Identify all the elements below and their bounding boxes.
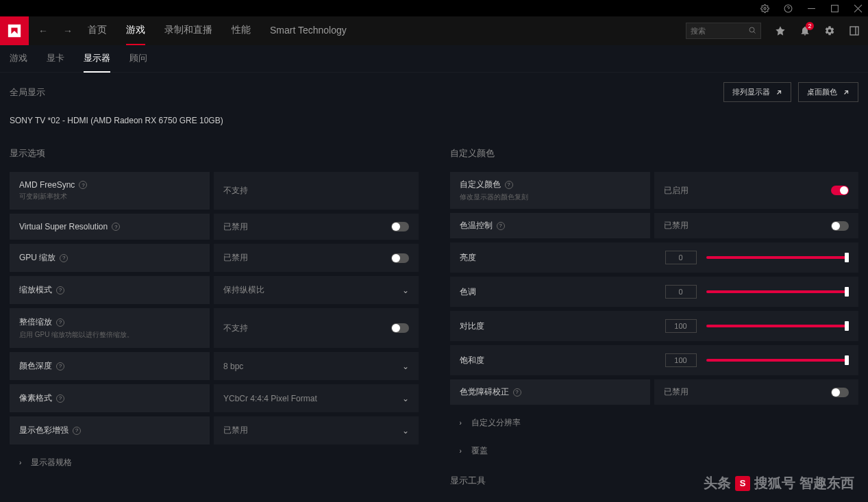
intscale-label-cell: 整倍缩放? 启用 GPU 缩放功能以进行整倍缩放。 bbox=[10, 308, 210, 348]
svg-line-8 bbox=[754, 32, 755, 33]
contrast-label: 对比度 bbox=[460, 321, 656, 332]
nav-back-icon[interactable]: ← bbox=[38, 25, 48, 36]
cvd-label-cell: 色觉障碍校正? bbox=[450, 379, 650, 405]
intscale-toggle[interactable] bbox=[391, 323, 409, 333]
svg-point-7 bbox=[749, 27, 754, 32]
info-icon[interactable]: ? bbox=[505, 181, 513, 189]
custom-color-panel: 自定义颜色 自定义颜色? 修改显示器的颜色复刻 已启用 色温控制? 已禁用 bbox=[450, 147, 859, 499]
tab-record[interactable]: 录制和直播 bbox=[164, 16, 212, 45]
gpuscale-label-cell: GPU 缩放? bbox=[10, 244, 210, 272]
panel-dock-icon[interactable] bbox=[849, 25, 860, 36]
hue-slider-row: 色调 0 bbox=[450, 277, 859, 307]
info-icon[interactable]: ? bbox=[56, 286, 64, 294]
customcolor-label-cell: 自定义颜色? 修改显示器的颜色复刻 bbox=[450, 172, 650, 209]
help-icon[interactable] bbox=[783, 3, 793, 13]
chevron-right-icon: › bbox=[460, 419, 462, 427]
info-icon[interactable]: ? bbox=[112, 223, 120, 231]
info-icon[interactable]: ? bbox=[56, 362, 64, 371]
intscale-sublabel: 启用 GPU 缩放功能以进行整倍缩放。 bbox=[19, 330, 200, 340]
vsr-value-cell: 已禁用 bbox=[214, 214, 419, 240]
contrast-value-input[interactable]: 100 bbox=[665, 319, 697, 333]
tab-smart-tech[interactable]: Smart Technology bbox=[270, 16, 347, 45]
contrast-slider-row: 对比度 100 bbox=[450, 311, 859, 341]
pixelformat-dropdown[interactable]: YCbCr 4:4:4 Pixel Format ⌄ bbox=[214, 384, 419, 412]
contrast-slider[interactable] bbox=[706, 325, 850, 327]
customcolor-value: 已启用 bbox=[664, 185, 689, 197]
notif-badge: 2 bbox=[806, 22, 814, 30]
tempctrl-label-cell: 色温控制? bbox=[450, 213, 650, 238]
colordepth-dropdown[interactable]: 8 bpc ⌄ bbox=[214, 352, 419, 380]
settings-gear-icon[interactable] bbox=[824, 25, 835, 36]
info-icon[interactable]: ? bbox=[497, 222, 505, 230]
scalemode-dropdown[interactable]: 保持纵横比 ⌄ bbox=[214, 276, 419, 304]
override-expander[interactable]: › 覆盖 bbox=[450, 437, 859, 465]
chevron-right-icon: › bbox=[19, 459, 21, 466]
maximize-icon[interactable] bbox=[830, 3, 839, 13]
customcolor-toggle[interactable] bbox=[831, 186, 849, 195]
nav-forward-icon[interactable]: → bbox=[63, 25, 73, 36]
hue-slider[interactable] bbox=[706, 290, 850, 293]
close-icon[interactable] bbox=[853, 3, 863, 13]
desktop-color-label: 桌面颜色 bbox=[807, 87, 837, 97]
vsr-label-cell: Virtual Super Resolution? bbox=[10, 214, 210, 240]
info-icon[interactable]: ? bbox=[73, 427, 81, 435]
tab-games[interactable]: 游戏 bbox=[126, 16, 145, 45]
brightness-slider[interactable] bbox=[706, 256, 850, 259]
info-icon[interactable]: ? bbox=[513, 388, 521, 397]
page-title: 全局显示 bbox=[10, 86, 45, 99]
vsr-label: Virtual Super Resolution bbox=[19, 222, 108, 231]
vsr-toggle[interactable] bbox=[391, 222, 409, 231]
pixelformat-label-cell: 像素格式? bbox=[10, 384, 210, 412]
info-icon[interactable]: ? bbox=[79, 181, 87, 189]
info-icon[interactable]: ? bbox=[56, 394, 64, 403]
display-options-panel: 显示选项 AMD FreeSync? 可变刷新率技术 不支持 Virtual S… bbox=[10, 147, 419, 499]
custom-resolution-label: 自定义分辨率 bbox=[471, 417, 521, 429]
hue-value-input[interactable]: 0 bbox=[665, 285, 697, 299]
subtab-gpu[interactable]: 显卡 bbox=[47, 45, 64, 73]
tab-home[interactable]: 首页 bbox=[88, 16, 107, 45]
info-icon[interactable]: ? bbox=[56, 318, 64, 327]
arrange-displays-button[interactable]: 排列显示器 bbox=[723, 82, 791, 102]
desktop-color-button[interactable]: 桌面颜色 bbox=[798, 82, 858, 102]
colorenhance-value: 已禁用 bbox=[223, 425, 248, 436]
freesync-sublabel: 可变刷新率技术 bbox=[19, 192, 200, 201]
custom-resolution-expander[interactable]: › 自定义分辨率 bbox=[450, 409, 859, 437]
colorenhance-dropdown[interactable]: 已禁用 ⌄ bbox=[214, 416, 419, 444]
brightness-value-input[interactable]: 0 bbox=[665, 251, 697, 264]
saturation-slider[interactable] bbox=[706, 359, 850, 362]
slider-thumb-icon bbox=[845, 355, 849, 365]
saturation-value-input[interactable]: 100 bbox=[665, 353, 697, 367]
customcolor-label: 自定义颜色 bbox=[460, 179, 501, 190]
vsr-value: 已禁用 bbox=[223, 221, 248, 233]
intscale-label: 整倍缩放 bbox=[19, 316, 52, 328]
settings-gear-icon[interactable] bbox=[760, 3, 769, 13]
display-specs-expander[interactable]: › 显示器规格 bbox=[10, 449, 419, 477]
customcolor-value-cell: 已启用 bbox=[654, 172, 859, 209]
pixelformat-label: 像素格式 bbox=[19, 392, 52, 404]
freesync-value: 不支持 bbox=[214, 172, 419, 210]
content-area: 全局显示 排列显示器 桌面颜色 SONY TV *02 - HDMI (AMD … bbox=[0, 73, 868, 502]
favorites-star-icon[interactable] bbox=[775, 25, 786, 36]
tab-performance[interactable]: 性能 bbox=[232, 16, 251, 45]
cvd-toggle[interactable] bbox=[831, 388, 849, 397]
display-specs-label: 显示器规格 bbox=[31, 457, 72, 468]
subtab-advisor[interactable]: 顾问 bbox=[129, 45, 147, 73]
search-input[interactable]: 搜索 bbox=[686, 23, 761, 39]
notifications-bell-icon[interactable]: 2 bbox=[799, 25, 810, 36]
chevron-down-icon: ⌄ bbox=[402, 426, 409, 436]
watermark-headline: 头条 bbox=[704, 474, 731, 492]
tempctrl-toggle[interactable] bbox=[831, 221, 849, 231]
subtab-display[interactable]: 显示器 bbox=[84, 45, 110, 73]
minimize-icon[interactable] bbox=[806, 3, 816, 13]
info-icon[interactable]: ? bbox=[60, 254, 68, 262]
amd-logo-icon[interactable] bbox=[0, 16, 29, 45]
subtab-game[interactable]: 游戏 bbox=[10, 45, 27, 73]
external-arrow-icon bbox=[843, 89, 850, 96]
colorenhance-label-cell: 显示色彩增强? bbox=[10, 416, 210, 444]
cvd-value: 已禁用 bbox=[664, 386, 689, 398]
brightness-slider-row: 亮度 0 bbox=[450, 242, 859, 273]
window-titlebar bbox=[0, 0, 868, 16]
tempctrl-value-cell: 已禁用 bbox=[654, 213, 859, 238]
gpuscale-toggle[interactable] bbox=[391, 253, 409, 263]
intscale-value: 不支持 bbox=[223, 323, 248, 334]
